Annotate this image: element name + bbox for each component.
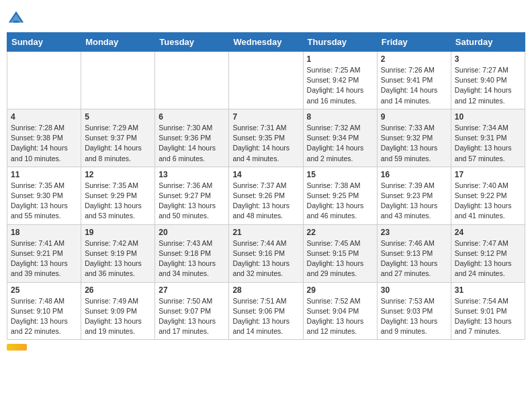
day-number: 14	[232, 170, 299, 179]
calendar-cell: 22Sunrise: 7:45 AM Sunset: 9:15 PM Dayli…	[303, 224, 377, 282]
day-info: Sunrise: 7:43 AM Sunset: 9:18 PM Dayligh…	[159, 238, 225, 279]
calendar-cell	[81, 52, 155, 109]
day-info: Sunrise: 7:25 AM Sunset: 9:42 PM Dayligh…	[307, 65, 373, 106]
day-info: Sunrise: 7:38 AM Sunset: 9:25 PM Dayligh…	[307, 181, 373, 222]
calendar-cell: 14Sunrise: 7:37 AM Sunset: 9:26 PM Dayli…	[229, 167, 303, 224]
day-info: Sunrise: 7:35 AM Sunset: 9:30 PM Dayligh…	[11, 181, 77, 222]
calendar-cell: 25Sunrise: 7:48 AM Sunset: 9:10 PM Dayli…	[7, 282, 81, 340]
header	[7, 7, 525, 28]
day-info: Sunrise: 7:28 AM Sunset: 9:38 PM Dayligh…	[11, 123, 77, 164]
day-info: Sunrise: 7:35 AM Sunset: 9:29 PM Dayligh…	[85, 181, 151, 222]
day-info: Sunrise: 7:51 AM Sunset: 9:06 PM Dayligh…	[232, 296, 299, 337]
calendar-header-saturday: Saturday	[451, 33, 525, 52]
day-number: 17	[455, 170, 521, 179]
calendar-cell: 19Sunrise: 7:42 AM Sunset: 9:19 PM Dayli…	[81, 224, 155, 282]
day-info: Sunrise: 7:36 AM Sunset: 9:27 PM Dayligh…	[159, 181, 225, 222]
day-info: Sunrise: 7:26 AM Sunset: 9:41 PM Dayligh…	[381, 65, 447, 106]
calendar-header-thursday: Thursday	[303, 33, 377, 52]
calendar-header-tuesday: Tuesday	[155, 33, 229, 52]
day-number: 26	[85, 285, 151, 295]
calendar-cell: 9Sunrise: 7:33 AM Sunset: 9:32 PM Daylig…	[377, 109, 451, 167]
day-info: Sunrise: 7:44 AM Sunset: 9:16 PM Dayligh…	[232, 238, 299, 279]
day-info: Sunrise: 7:54 AM Sunset: 9:01 PM Dayligh…	[455, 296, 521, 337]
day-info: Sunrise: 7:53 AM Sunset: 9:03 PM Dayligh…	[381, 296, 447, 337]
day-number: 25	[11, 285, 77, 295]
day-info: Sunrise: 7:39 AM Sunset: 9:23 PM Dayligh…	[381, 181, 447, 222]
day-number: 11	[11, 170, 77, 179]
calendar-cell: 17Sunrise: 7:40 AM Sunset: 9:22 PM Dayli…	[451, 167, 525, 224]
calendar-cell: 4Sunrise: 7:28 AM Sunset: 9:38 PM Daylig…	[7, 109, 81, 167]
calendar-cell: 8Sunrise: 7:32 AM Sunset: 9:34 PM Daylig…	[303, 109, 377, 167]
day-info: Sunrise: 7:47 AM Sunset: 9:12 PM Dayligh…	[455, 238, 521, 279]
day-number: 28	[232, 285, 299, 295]
day-number: 23	[381, 228, 447, 237]
calendar-cell: 13Sunrise: 7:36 AM Sunset: 9:27 PM Dayli…	[155, 167, 229, 224]
calendar-week-row: 25Sunrise: 7:48 AM Sunset: 9:10 PM Dayli…	[7, 282, 525, 340]
calendar-cell: 20Sunrise: 7:43 AM Sunset: 9:18 PM Dayli…	[155, 224, 229, 282]
day-number: 8	[307, 112, 373, 122]
day-number: 9	[381, 112, 447, 122]
day-number: 21	[232, 228, 299, 237]
day-info: Sunrise: 7:33 AM Sunset: 9:32 PM Dayligh…	[381, 123, 447, 164]
calendar-cell: 10Sunrise: 7:34 AM Sunset: 9:31 PM Dayli…	[451, 109, 525, 167]
day-info: Sunrise: 7:32 AM Sunset: 9:34 PM Dayligh…	[307, 123, 373, 164]
day-number: 22	[307, 228, 373, 237]
footer-note	[7, 344, 525, 351]
day-info: Sunrise: 7:30 AM Sunset: 9:36 PM Dayligh…	[159, 123, 225, 164]
day-number: 19	[85, 228, 151, 237]
calendar: SundayMondayTuesdayWednesdayThursdayFrid…	[7, 32, 525, 340]
day-number: 24	[455, 228, 521, 237]
day-number: 16	[381, 170, 447, 179]
logo	[7, 9, 28, 28]
day-number: 6	[159, 112, 225, 122]
svg-rect-2	[13, 21, 19, 23]
day-number: 4	[11, 112, 77, 122]
day-info: Sunrise: 7:46 AM Sunset: 9:13 PM Dayligh…	[381, 238, 447, 279]
calendar-cell	[229, 52, 303, 109]
day-info: Sunrise: 7:49 AM Sunset: 9:09 PM Dayligh…	[85, 296, 151, 337]
calendar-cell: 15Sunrise: 7:38 AM Sunset: 9:25 PM Dayli…	[303, 167, 377, 224]
logo-icon	[7, 9, 26, 28]
calendar-cell: 27Sunrise: 7:50 AM Sunset: 9:07 PM Dayli…	[155, 282, 229, 340]
day-number: 30	[381, 285, 447, 295]
calendar-header-monday: Monday	[81, 33, 155, 52]
calendar-week-row: 18Sunrise: 7:41 AM Sunset: 9:21 PM Dayli…	[7, 224, 525, 282]
calendar-cell: 1Sunrise: 7:25 AM Sunset: 9:42 PM Daylig…	[303, 52, 377, 109]
day-info: Sunrise: 7:29 AM Sunset: 9:37 PM Dayligh…	[85, 123, 151, 164]
daylight-bar-icon	[7, 344, 27, 351]
calendar-cell: 2Sunrise: 7:26 AM Sunset: 9:41 PM Daylig…	[377, 52, 451, 109]
day-info: Sunrise: 7:31 AM Sunset: 9:35 PM Dayligh…	[232, 123, 299, 164]
day-number: 13	[159, 170, 225, 179]
calendar-cell: 30Sunrise: 7:53 AM Sunset: 9:03 PM Dayli…	[377, 282, 451, 340]
calendar-week-row: 1Sunrise: 7:25 AM Sunset: 9:42 PM Daylig…	[7, 52, 525, 109]
calendar-cell: 23Sunrise: 7:46 AM Sunset: 9:13 PM Dayli…	[377, 224, 451, 282]
day-info: Sunrise: 7:37 AM Sunset: 9:26 PM Dayligh…	[232, 181, 299, 222]
calendar-header-row: SundayMondayTuesdayWednesdayThursdayFrid…	[7, 33, 525, 52]
calendar-cell: 5Sunrise: 7:29 AM Sunset: 9:37 PM Daylig…	[81, 109, 155, 167]
day-number: 7	[232, 112, 299, 122]
day-info: Sunrise: 7:41 AM Sunset: 9:21 PM Dayligh…	[11, 238, 77, 279]
day-number: 31	[455, 285, 521, 295]
day-number: 1	[307, 54, 373, 64]
calendar-cell: 6Sunrise: 7:30 AM Sunset: 9:36 PM Daylig…	[155, 109, 229, 167]
day-number: 18	[11, 228, 77, 237]
calendar-cell	[155, 52, 229, 109]
day-number: 5	[85, 112, 151, 122]
calendar-cell: 12Sunrise: 7:35 AM Sunset: 9:29 PM Dayli…	[81, 167, 155, 224]
calendar-cell: 18Sunrise: 7:41 AM Sunset: 9:21 PM Dayli…	[7, 224, 81, 282]
day-number: 10	[455, 112, 521, 122]
day-number: 2	[381, 54, 447, 64]
day-number: 20	[159, 228, 225, 237]
day-info: Sunrise: 7:40 AM Sunset: 9:22 PM Dayligh…	[455, 181, 521, 222]
calendar-header-friday: Friday	[377, 33, 451, 52]
day-info: Sunrise: 7:42 AM Sunset: 9:19 PM Dayligh…	[85, 238, 151, 279]
calendar-cell: 11Sunrise: 7:35 AM Sunset: 9:30 PM Dayli…	[7, 167, 81, 224]
calendar-cell	[7, 52, 81, 109]
calendar-cell: 29Sunrise: 7:52 AM Sunset: 9:04 PM Dayli…	[303, 282, 377, 340]
day-info: Sunrise: 7:45 AM Sunset: 9:15 PM Dayligh…	[307, 238, 373, 279]
day-number: 15	[307, 170, 373, 179]
calendar-cell: 24Sunrise: 7:47 AM Sunset: 9:12 PM Dayli…	[451, 224, 525, 282]
calendar-cell: 31Sunrise: 7:54 AM Sunset: 9:01 PM Dayli…	[451, 282, 525, 340]
day-info: Sunrise: 7:50 AM Sunset: 9:07 PM Dayligh…	[159, 296, 225, 337]
day-info: Sunrise: 7:34 AM Sunset: 9:31 PM Dayligh…	[455, 123, 521, 164]
